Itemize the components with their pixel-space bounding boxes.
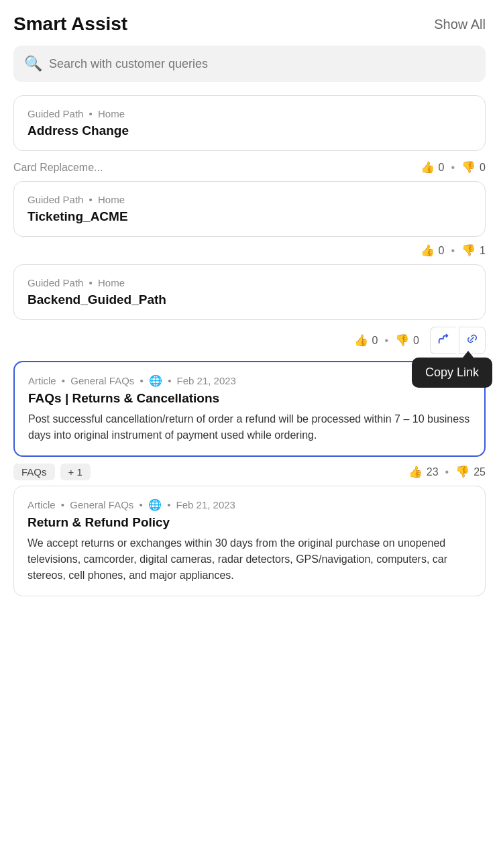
vote-up-count: 23 <box>427 466 439 478</box>
card-section: General FAQs <box>70 375 134 386</box>
card-type: Guided Path <box>27 277 83 288</box>
card-replacement-label: Card Replaceme... <box>13 162 103 174</box>
vote-down-count: 1 <box>480 245 486 257</box>
card-replacement-row: Card Replaceme... 👍 0 • 👎 0 <box>13 154 486 181</box>
card-replacement-votes: 👍 0 • 👎 0 <box>421 160 486 174</box>
copy-link-button[interactable] <box>459 327 486 354</box>
card-description: We accept returns or exchanges within 30… <box>27 535 472 584</box>
search-icon: 🔍 <box>24 55 42 72</box>
card-section: Home <box>98 277 125 288</box>
page-title: Smart Assist <box>13 13 127 35</box>
card-type: Guided Path <box>27 108 83 119</box>
vote-up-count: 0 <box>372 335 378 347</box>
faqs-tags-row: FAQs + 1 👍 23 • 👎 25 <box>13 464 486 480</box>
card-meta: Guided Path • Home <box>27 108 472 119</box>
globe-icon: 🌐 <box>149 375 162 386</box>
vote-down-count: 0 <box>413 335 419 347</box>
faqs-vote-row: 👍 23 • 👎 25 <box>408 465 486 479</box>
card-type: Article <box>27 499 56 510</box>
content-area: Guided Path • Home Address Change Card R… <box>0 95 499 596</box>
vote-down-count: 25 <box>474 466 486 478</box>
thumbs-down-icon: 👎 <box>455 465 469 479</box>
search-bar: 🔍 <box>13 46 486 82</box>
card-section: Home <box>98 108 125 119</box>
card-date: Feb 21, 2023 <box>177 375 236 386</box>
card-description: Post successful cancellation/return of o… <box>28 411 471 443</box>
copy-link-tooltip[interactable]: Copy Link <box>412 358 492 388</box>
card-type: Guided Path <box>27 194 83 205</box>
thumbs-down-icon: 👎 <box>461 243 476 258</box>
tags-list: FAQs + 1 <box>13 464 91 480</box>
card-date: Feb 21, 2023 <box>176 499 235 510</box>
card-type: Article <box>28 375 56 386</box>
show-all-button[interactable]: Show All <box>434 17 486 32</box>
tag-faqs: FAQs <box>13 464 55 480</box>
card-return-refund[interactable]: Article • General FAQs • 🌐 • Feb 21, 202… <box>13 486 486 596</box>
header: Smart Assist Show All <box>0 0 499 46</box>
vote-down-count: 0 <box>480 162 486 174</box>
card-section: Home <box>98 194 125 205</box>
card-meta: Article • General FAQs • 🌐 • Feb 21, 202… <box>27 498 472 511</box>
thumbs-up-icon: 👍 <box>408 465 423 479</box>
ticketing-vote-row: 👍 0 • 👎 1 <box>13 239 486 264</box>
card-title: Ticketing_ACME <box>27 209 472 224</box>
card-title: FAQs | Returns & Cancellations <box>28 391 471 406</box>
thumbs-down-icon: 👎 <box>461 160 476 174</box>
copy-link-container: Copy Link <box>459 327 486 354</box>
card-title: Backend_Guided_Path <box>27 292 472 307</box>
card-ticketing-acme[interactable]: Guided Path • Home Ticketing_ACME <box>13 181 486 237</box>
backend-bottom-row: 👍 0 • 👎 0 Copy Link <box>13 323 486 361</box>
search-input[interactable] <box>49 57 475 71</box>
thumbs-up-icon: 👍 <box>421 243 435 258</box>
vote-up-count: 0 <box>439 245 445 257</box>
action-buttons: Copy Link <box>430 327 486 354</box>
card-title: Return & Refund Policy <box>27 515 472 530</box>
card-section: General FAQs <box>70 499 133 510</box>
vote-up-count: 0 <box>439 162 445 174</box>
card-meta: Guided Path • Home <box>27 194 472 205</box>
card-meta: Guided Path • Home <box>27 277 472 288</box>
card-backend-guided-path[interactable]: Guided Path • Home Backend_Guided_Path <box>13 264 486 320</box>
share-button[interactable] <box>430 327 456 354</box>
thumbs-up-icon: 👍 <box>421 160 435 174</box>
backend-vote-row: 👍 0 • 👎 0 <box>354 333 419 347</box>
card-title: Address Change <box>27 123 472 138</box>
thumbs-up-icon: 👍 <box>354 333 368 347</box>
card-meta: Article • General FAQs • 🌐 • Feb 21, 202… <box>28 374 471 387</box>
globe-icon: 🌐 <box>148 499 162 510</box>
tag-plus-one: + 1 <box>60 464 91 480</box>
card-address-change[interactable]: Guided Path • Home Address Change <box>13 95 486 151</box>
thumbs-down-icon: 👎 <box>395 333 409 347</box>
